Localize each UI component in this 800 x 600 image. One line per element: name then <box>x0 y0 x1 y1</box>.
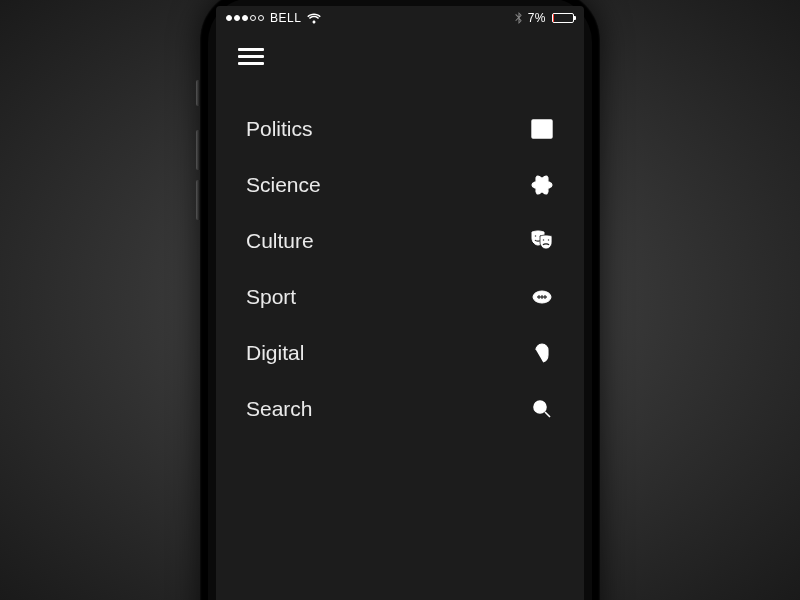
menu-item-label: Search <box>246 397 313 421</box>
menu-item-label: Sport <box>246 285 296 309</box>
fingerprint-icon <box>530 341 554 365</box>
volume-down-button <box>196 180 200 220</box>
battery-fill <box>553 14 554 22</box>
status-bar: BELL 7% <box>216 6 584 30</box>
battery-percent-label: 7% <box>528 11 546 25</box>
signal-strength-icon <box>226 15 264 21</box>
svg-line-21 <box>545 412 550 417</box>
screen: BELL 7% <box>216 6 584 600</box>
theater-masks-icon <box>530 229 554 253</box>
app-header <box>216 30 584 77</box>
mute-switch <box>196 80 200 106</box>
atom-icon <box>530 173 554 197</box>
newspaper-icon <box>530 117 554 141</box>
menu-item-label: Science <box>246 173 321 197</box>
menu-item-search[interactable]: Search <box>246 381 554 437</box>
svg-point-10 <box>534 235 536 237</box>
svg-point-9 <box>540 183 543 186</box>
football-icon <box>530 285 554 309</box>
svg-point-13 <box>547 239 549 241</box>
svg-point-20 <box>537 404 543 410</box>
svg-rect-5 <box>543 123 549 130</box>
search-icon <box>530 397 554 421</box>
carrier-label: BELL <box>270 11 301 25</box>
menu-item-label: Culture <box>246 229 314 253</box>
menu-item-label: Politics <box>246 117 313 141</box>
svg-point-12 <box>542 239 544 241</box>
hamburger-menu-icon[interactable] <box>238 48 264 65</box>
volume-up-button <box>196 130 200 170</box>
navigation-menu: Politics Science Culture <box>216 77 584 437</box>
menu-item-science[interactable]: Science <box>246 157 554 213</box>
battery-icon <box>552 13 574 23</box>
wifi-icon <box>307 13 321 24</box>
menu-item-politics[interactable]: Politics <box>246 101 554 157</box>
phone-frame: BELL 7% <box>200 0 600 600</box>
menu-item-culture[interactable]: Culture <box>246 213 554 269</box>
menu-item-sport[interactable]: Sport <box>246 269 554 325</box>
bluetooth-icon <box>515 12 522 24</box>
menu-item-label: Digital <box>246 341 304 365</box>
menu-item-digital[interactable]: Digital <box>246 325 554 381</box>
